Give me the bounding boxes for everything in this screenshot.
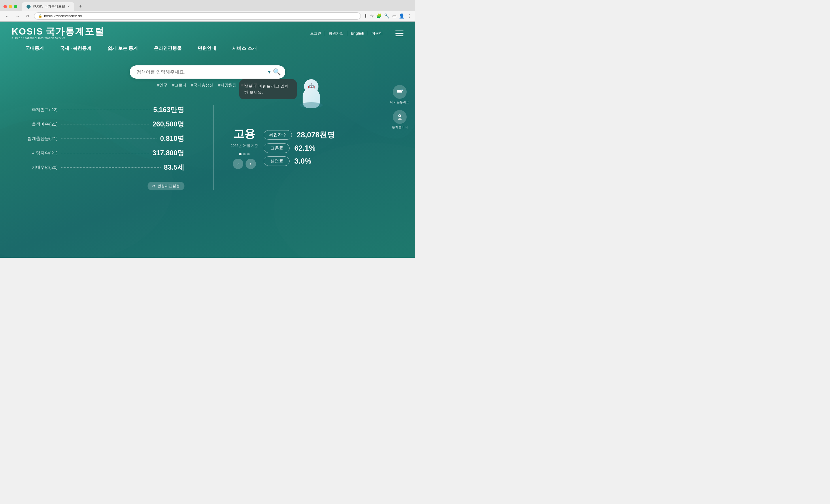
header-right: 로그인 회원가입 English 어린이 xyxy=(307,31,404,36)
tag-population[interactable]: #인구 xyxy=(157,83,168,88)
back-button[interactable]: ← xyxy=(3,13,11,20)
svg-point-9 xyxy=(399,115,400,116)
carousel-next-button[interactable]: › xyxy=(246,159,256,169)
stat-dots-2 xyxy=(61,124,149,125)
interest-btn-label: 관심지표설정 xyxy=(157,183,180,189)
signup-link[interactable]: 회원가입 xyxy=(325,31,347,36)
carousel-dot-2[interactable] xyxy=(243,153,246,155)
stat-value-lifeexpectancy: 83.5세 xyxy=(164,163,185,172)
login-link[interactable]: 로그인 xyxy=(307,31,325,36)
emp-metric-employed: 취업자수 28,078천명 xyxy=(264,130,398,140)
children-link[interactable]: 어린이 xyxy=(368,31,386,36)
svg-point-10 xyxy=(398,119,402,120)
url-text: kosis.kr/index/index.do xyxy=(44,14,82,18)
logo-area[interactable]: KOSIS 국가통계포털 KOrean Statistical Informat… xyxy=(11,27,104,40)
search-section: ▾ 🔍 #인구 #코로나 #국내총생산 #사망원인 #1인가구 xyxy=(0,54,415,94)
gear-icon: ⚙ xyxy=(152,184,156,188)
search-input[interactable] xyxy=(137,69,266,75)
hamburger-line-2 xyxy=(395,33,404,34)
active-tab[interactable]: KOSIS 국가통계포털 ✕ xyxy=(22,2,74,11)
tab-bar: KOSIS 국가통계포털 ✕ + xyxy=(0,0,415,11)
hamburger-line-3 xyxy=(395,35,404,36)
url-bar[interactable]: 🔒 kosis.kr/index/index.do xyxy=(34,12,361,20)
nav-domestic[interactable]: 국내통계 xyxy=(17,43,52,54)
header-links: 로그인 회원가입 English 어린이 xyxy=(307,31,386,36)
playground-circle xyxy=(393,110,407,124)
my-stats-label: 내가본통계표 xyxy=(390,100,409,104)
carousel-prev-button[interactable]: ‹ xyxy=(233,159,243,169)
close-button[interactable] xyxy=(3,5,7,8)
employment-section: 고용 2022년 04월 기준 ‹ › 취업자수 28,0 xyxy=(231,105,398,190)
search-bar: ▾ 🔍 xyxy=(130,65,285,79)
side-icons: 내가본통계표 통계놀이터 xyxy=(390,85,409,129)
stats-playground-icon[interactable]: 통계놀이터 xyxy=(392,110,408,129)
share-icon[interactable]: ⬆ xyxy=(364,13,368,19)
bookmark-icon[interactable]: ☆ xyxy=(370,13,374,19)
stat-dots-3 xyxy=(61,138,157,139)
tab-close-icon[interactable]: ✕ xyxy=(67,5,70,8)
address-bar: ← → ↻ 🔒 kosis.kr/index/index.do ⬆ ☆ 🧩 🔧 … xyxy=(0,11,415,22)
nav-international[interactable]: 국제 · 북한통계 xyxy=(52,43,99,54)
hamburger-menu[interactable] xyxy=(395,31,404,36)
employment-rate-badge[interactable]: 고용률 xyxy=(264,143,290,153)
carousel-dots xyxy=(239,153,250,155)
logo-subtitle: KOrean Statistical Information Service xyxy=(11,37,104,40)
main-nav: 국내통계 국제 · 북한통계 쉽게 보는 통계 온라인간행물 민원안내 서비스 … xyxy=(0,43,415,54)
traffic-lights xyxy=(3,5,17,8)
stat-dots-1 xyxy=(61,110,150,110)
chatbot-bubble[interactable]: 챗봇에 '이벤트'라고 입력해 보세요. xyxy=(239,79,297,99)
puzzle-icon[interactable]: 🔧 xyxy=(384,13,390,19)
sidebar-icon[interactable]: ▭ xyxy=(392,13,396,19)
stat-value-birthrate: 0.810명 xyxy=(160,134,184,143)
extension-icon[interactable]: 🧩 xyxy=(376,13,382,19)
menu-icon[interactable]: ⋮ xyxy=(407,13,412,19)
stat-row-deaths: 사망자수('21) 317,800명 xyxy=(17,148,185,158)
employment-title-area: 고용 2022년 04월 기준 ‹ › xyxy=(231,127,258,169)
search-dropdown-button[interactable]: ▾ xyxy=(266,69,273,75)
maximize-button[interactable] xyxy=(14,5,17,8)
svg-rect-4 xyxy=(397,93,402,93)
profile-icon[interactable]: 👤 xyxy=(399,13,405,19)
nav-service[interactable]: 서비스 소개 xyxy=(224,43,264,54)
my-stats-icon[interactable]: 내가본통계표 xyxy=(390,85,409,104)
employed-badge[interactable]: 취업자수 xyxy=(264,130,292,140)
interest-settings-button[interactable]: ⚙ 관심지표설정 xyxy=(148,182,185,190)
carousel-arrows: ‹ › xyxy=(233,159,256,169)
employment-date: 2022년 04월 기준 xyxy=(231,143,258,148)
logo-national: 국가통계포털 xyxy=(45,27,104,36)
carousel-dot-1[interactable] xyxy=(239,153,242,155)
tab-favicon xyxy=(27,5,31,9)
nav-publication[interactable]: 온라인간행물 xyxy=(146,43,190,54)
new-tab-button[interactable]: + xyxy=(77,2,85,11)
employment-metrics: 취업자수 28,078천명 고용률 62.1% 실업률 3.0% xyxy=(264,130,398,166)
website-container: KOSIS 국가통계포털 KOrean Statistical Informat… xyxy=(0,22,415,258)
english-link[interactable]: English xyxy=(347,31,368,35)
refresh-button[interactable]: ↻ xyxy=(24,13,31,20)
toolbar-actions: ⬆ ☆ 🧩 🔧 ▭ 👤 ⋮ xyxy=(364,13,412,19)
employed-value: 28,078천명 xyxy=(296,130,334,140)
lock-icon: 🔒 xyxy=(38,14,42,18)
tag-corona[interactable]: #코로나 xyxy=(172,83,187,88)
hamburger-line-1 xyxy=(395,31,404,31)
emp-metric-employment-rate: 고용률 62.1% xyxy=(264,143,398,153)
chatbot-mascot[interactable]: 🤖 xyxy=(300,79,323,108)
stat-label-birthrate: 합계출산율('21) xyxy=(17,136,58,141)
search-submit-button[interactable]: 🔍 xyxy=(273,68,281,76)
forward-button[interactable]: → xyxy=(14,13,21,20)
carousel-dot-3[interactable] xyxy=(247,153,250,155)
stat-row-lifeexpectancy: 기대수명('20) 83.5세 xyxy=(17,163,185,172)
stat-value-deaths: 317,800명 xyxy=(153,148,185,158)
left-stats: 추계인구('22) 5,163만명 출생아수('21) 260,500명 합계출… xyxy=(17,105,202,190)
tag-death[interactable]: #사망원인 xyxy=(218,83,236,88)
nav-civil[interactable]: 민원안내 xyxy=(190,43,224,54)
stat-dots-5 xyxy=(61,167,161,168)
unemployment-badge[interactable]: 실업률 xyxy=(264,156,290,166)
tag-gdp[interactable]: #국내총생산 xyxy=(191,83,214,88)
stat-label-lifeexpectancy: 기대수명('20) xyxy=(17,165,58,170)
employment-rate-value: 62.1% xyxy=(294,144,316,153)
minimize-button[interactable] xyxy=(9,5,12,8)
stat-label-population: 추계인구('22) xyxy=(17,107,58,112)
stat-row-population: 추계인구('22) 5,163만명 xyxy=(17,105,185,114)
employment-title: 고용 xyxy=(233,127,255,141)
nav-easy[interactable]: 쉽게 보는 통계 xyxy=(99,43,146,54)
